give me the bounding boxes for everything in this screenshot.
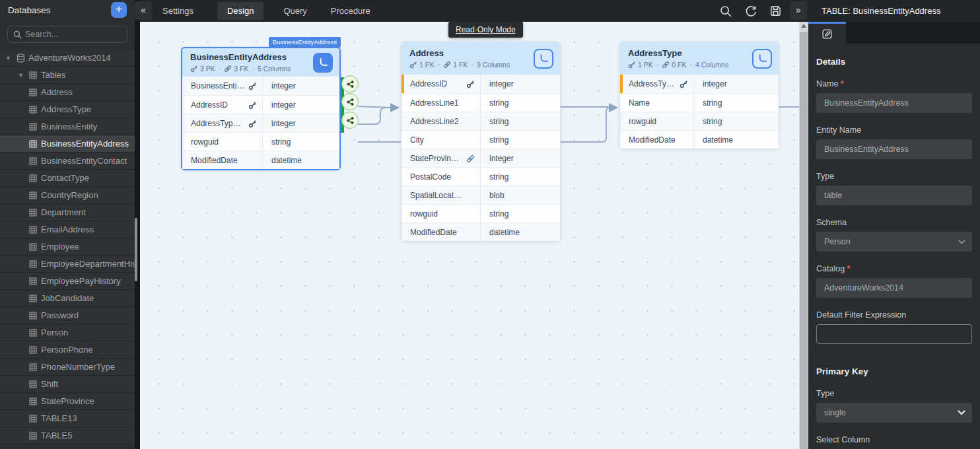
sidebar-item-table[interactable]: JobCandidate bbox=[0, 290, 135, 307]
entity-column-row[interactable]: rowguid string bbox=[402, 204, 560, 223]
entity-card-addresstype[interactable]: AddressType 1 PK 0 FK 4 Columns bbox=[619, 42, 779, 149]
entity-column-row[interactable]: AddressID integer bbox=[182, 95, 339, 114]
entity-column-row[interactable]: AddressLine2 string bbox=[402, 112, 560, 130]
sidebar-item-table[interactable]: EmployeeDepartmentHistory bbox=[0, 256, 135, 273]
relations-button[interactable] bbox=[534, 49, 553, 69]
name-input[interactable]: BusinessEntityAddress bbox=[816, 93, 972, 113]
sidebar-item-table[interactable]: CountryRegion bbox=[0, 187, 135, 204]
table-icon bbox=[29, 312, 37, 320]
sidebar-item-table[interactable]: EmployeePayHistory bbox=[0, 273, 135, 290]
foreign-key-icon bbox=[662, 61, 670, 69]
sidebar-item-table[interactable]: ContactType bbox=[0, 170, 135, 187]
sidebar-item-table[interactable]: Password bbox=[0, 307, 135, 324]
scroll-up-icon[interactable] bbox=[801, 24, 806, 28]
sidebar-item-table[interactable]: Shift bbox=[0, 376, 135, 393]
save-icon[interactable] bbox=[769, 5, 782, 17]
relation-fork-icon[interactable] bbox=[341, 112, 359, 129]
catalog-input[interactable]: AdventureWorks2014 bbox=[816, 278, 972, 298]
primary-key-heading: Primary Key bbox=[816, 366, 972, 376]
tab-edit-details[interactable] bbox=[808, 22, 846, 44]
default-filter-input[interactable] bbox=[816, 324, 972, 344]
relations-button[interactable] bbox=[752, 49, 772, 69]
panel-title: TABLE: BusinessEntityAddress bbox=[822, 6, 940, 16]
tab-design[interactable]: Design bbox=[217, 2, 263, 20]
read-only-mode-chip[interactable]: Read-Only Mode bbox=[448, 22, 523, 38]
tab-settings[interactable]: Settings bbox=[162, 6, 193, 16]
column-type: datetime bbox=[703, 135, 733, 145]
search-icon[interactable] bbox=[719, 5, 732, 18]
er-diagram-canvas[interactable]: Read-Only Mode BusinessEntityAddress Bus… bbox=[140, 22, 799, 449]
search-input[interactable] bbox=[25, 26, 124, 42]
relation-fork-icon[interactable] bbox=[341, 93, 359, 110]
entity-stats: 1 PK 0 FK 4 Columns bbox=[628, 61, 771, 69]
column-name: AddressID bbox=[191, 100, 245, 110]
entity-card-address[interactable]: Address 1 PK 1 FK 9 Columns bbox=[401, 42, 561, 242]
collapse-sidebar-button[interactable]: « bbox=[135, 1, 152, 20]
entity-columns: BusinessEntityID integer AddressID bbox=[182, 77, 339, 169]
entity-column-row[interactable]: ModifiedDate datetime bbox=[182, 151, 339, 169]
canvas-scrollbar-thumb[interactable] bbox=[800, 32, 808, 449]
column-type: string bbox=[489, 172, 508, 182]
sidebar-scrollbar-thumb[interactable] bbox=[135, 218, 137, 281]
entity-column-row[interactable]: ModifiedDate datetime bbox=[402, 223, 560, 241]
entity-column-row[interactable]: ModifiedDate datetime bbox=[620, 130, 779, 149]
entity-column-row[interactable]: Name string bbox=[620, 93, 779, 112]
chevron-down-icon: ▼ bbox=[18, 72, 24, 79]
plus-icon: + bbox=[116, 3, 122, 15]
entity-column-row[interactable]: AddressID integer bbox=[402, 75, 560, 93]
column-type: string bbox=[703, 98, 722, 108]
entity-column-row[interactable]: AddressTypeID integer bbox=[182, 114, 339, 132]
expand-panel-button[interactable]: » bbox=[790, 1, 807, 20]
sidebar-item-table[interactable]: PhoneNumberType bbox=[0, 359, 135, 376]
entity-column-row[interactable]: City string bbox=[402, 130, 560, 149]
sidebar-item-table[interactable]: PersonPhone bbox=[0, 341, 135, 359]
sidebar-item-table[interactable]: StateProvince bbox=[0, 393, 135, 410]
sidebar-item-table[interactable]: EmailAddress bbox=[0, 221, 135, 238]
sidebar-item-table[interactable]: BusinessEntity bbox=[0, 118, 135, 135]
sidebar-item-table[interactable]: BusinessEntityContact bbox=[0, 153, 135, 170]
entity-column-row[interactable]: StateProvinceID integer bbox=[402, 149, 560, 167]
entity-column-row[interactable]: AddressTypeID integer bbox=[620, 75, 779, 93]
entity-column-row[interactable]: AddressLine1 string bbox=[402, 93, 560, 112]
table-icon bbox=[29, 277, 37, 285]
entity-card-businessentityaddress[interactable]: BusinessEntityAddress 3 PK 3 FK 5 Column… bbox=[181, 47, 341, 170]
entity-column-row[interactable]: rowguid string bbox=[182, 132, 339, 151]
add-database-button[interactable]: + bbox=[111, 2, 127, 18]
sidebar-item-table[interactable]: Address bbox=[0, 84, 135, 101]
sidebar-item-table[interactable]: AddressType bbox=[0, 101, 135, 118]
schema-select[interactable]: Person bbox=[816, 232, 972, 252]
sidebar-item-table[interactable]: TABLE5 bbox=[0, 427, 135, 444]
entity-column-row[interactable]: BusinessEntityID integer bbox=[182, 77, 339, 95]
canvas-scrollbar[interactable] bbox=[799, 22, 808, 449]
relations-button[interactable] bbox=[313, 53, 333, 73]
column-name: rowguid bbox=[629, 117, 674, 126]
sidebar-item-label: TABLE5 bbox=[41, 431, 72, 440]
entity-column-row[interactable]: rowguid string bbox=[620, 112, 779, 130]
entity-name-input[interactable]: BusinessEntityAddress bbox=[816, 139, 972, 159]
column-name: rowguid bbox=[191, 137, 236, 147]
tab-procedure[interactable]: Procedure bbox=[331, 6, 370, 16]
column-type: blob bbox=[489, 191, 505, 200]
pk-count: 3 PK bbox=[200, 65, 215, 73]
entity-header: AddressType 1 PK 0 FK 4 Columns bbox=[620, 42, 779, 75]
sidebar-item-table[interactable]: Department bbox=[0, 204, 135, 221]
sidebar-item-table[interactable]: Employee bbox=[0, 238, 135, 256]
sidebar-item-table[interactable]: BusinessEntityAddress bbox=[0, 135, 135, 153]
relationship-icon bbox=[537, 52, 550, 65]
tree-node-tables-group[interactable]: ▼ Tables bbox=[0, 67, 135, 84]
relation-fork-icon[interactable] bbox=[341, 75, 359, 92]
database-tree: ▼ AdventureWorks2014 ▼ Tables Address bbox=[0, 50, 135, 444]
sidebar-item-table[interactable]: Person bbox=[0, 324, 135, 341]
sidebar-scrollbar[interactable] bbox=[135, 0, 140, 449]
entity-column-row[interactable]: SpatialLocation blob bbox=[402, 186, 560, 204]
column-name: SpatialLocation bbox=[410, 191, 480, 200]
primary-key-icon bbox=[248, 120, 257, 128]
entity-column-row[interactable]: PostalCode string bbox=[402, 167, 560, 186]
tab-query[interactable]: Query bbox=[283, 6, 306, 16]
column-type: integer bbox=[271, 100, 296, 110]
sidebar-item-table[interactable]: TABLE13 bbox=[0, 410, 135, 427]
refresh-icon[interactable] bbox=[744, 5, 757, 18]
type-input[interactable]: table bbox=[816, 186, 972, 205]
pk-type-select[interactable]: single bbox=[816, 403, 972, 423]
tree-node-database[interactable]: ▼ AdventureWorks2014 bbox=[0, 50, 135, 67]
